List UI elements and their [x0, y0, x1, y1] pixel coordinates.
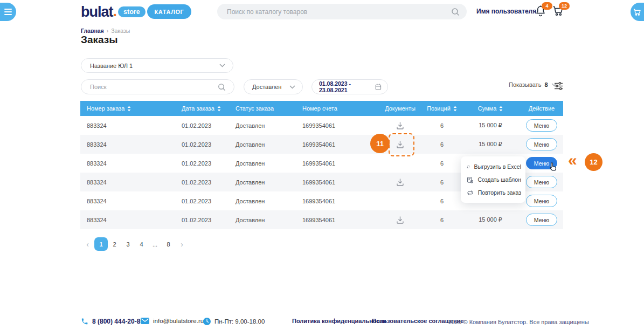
- sort-icon: [499, 106, 503, 112]
- table-row: 883324 01.02.2023 Доставлен 1699354061 6…: [80, 210, 563, 229]
- breadcrumb: Главная › Заказы: [81, 28, 130, 34]
- entity-select-value: Название ЮЛ 1: [90, 63, 133, 69]
- breadcrumb-current: Заказы: [111, 28, 130, 34]
- pagination-ellipsis: ...: [148, 237, 162, 251]
- app-root: bulat. store КАТАЛОГ Имя пользователя 4 …: [0, 0, 644, 336]
- chevron-down-icon: [219, 64, 225, 67]
- pagination-page-2[interactable]: 2: [108, 237, 121, 251]
- table-search-bar: [81, 79, 234, 94]
- catalog-button[interactable]: КАТАЛОГ: [147, 4, 191, 19]
- sort-icon: [127, 106, 131, 112]
- breadcrumb-home-link[interactable]: Главная: [81, 28, 104, 34]
- logo-dot: .: [113, 3, 117, 20]
- sort-icon: [453, 106, 457, 112]
- page-title: Заказы: [81, 34, 117, 46]
- hamburger-menu-button[interactable]: [0, 3, 16, 21]
- repeat-order-icon: [467, 189, 474, 197]
- menu-button[interactable]: Меню: [526, 138, 557, 150]
- sliders-icon: [554, 81, 563, 91]
- page-size-label: Показывать: [509, 81, 541, 88]
- column-header-status: Статус заказа: [229, 105, 296, 112]
- menu-button[interactable]: Меню: [526, 176, 557, 188]
- column-header-order-date[interactable]: Дата заказа: [175, 105, 229, 112]
- pagination-page-4[interactable]: 4: [135, 237, 148, 251]
- table-search-input[interactable]: [81, 83, 217, 91]
- calendar-icon: [375, 83, 382, 91]
- filter-settings-button[interactable]: [554, 81, 563, 91]
- header-search-bar: [217, 4, 467, 19]
- menu-button[interactable]: Меню: [526, 119, 557, 132]
- footer-phone[interactable]: 8 (800) 444-20-89: [81, 318, 144, 325]
- create-template-icon: [467, 176, 473, 184]
- phone-icon: [81, 318, 88, 325]
- context-menu-item-create-template[interactable]: Создать шаблон: [461, 173, 525, 186]
- corner-cart-button[interactable]: [631, 3, 644, 21]
- pagination: ‹ 1 2 3 4 ... 8 ›: [81, 237, 189, 251]
- status-select[interactable]: Доставлен: [244, 79, 303, 94]
- footer-hours: Пн-Пт: 9.00-18.00: [203, 318, 265, 325]
- pagination-next-button[interactable]: ›: [175, 237, 189, 251]
- date-range-value: 01.08.2023 - 23.08.2021: [319, 80, 375, 93]
- search-icon[interactable]: [451, 7, 460, 17]
- download-documents-icon[interactable]: [396, 121, 405, 130]
- column-header-sum[interactable]: Сумма: [461, 105, 520, 112]
- page-size-value: 8: [544, 81, 548, 88]
- table-row: 883324 01.02.2023 Доставлен 1699354061 6…: [80, 116, 563, 135]
- username-label[interactable]: Имя пользователя: [476, 8, 536, 15]
- annotation-pointer-left-icon: «: [568, 152, 577, 168]
- export-excel-icon: [467, 163, 470, 171]
- cart-icon: [633, 8, 642, 17]
- search-icon[interactable]: [217, 83, 226, 92]
- logo-suffix-badge: store: [118, 6, 146, 17]
- table-row: 883324 01.02.2023 Доставлен 1699354061 6…: [80, 135, 563, 154]
- notifications-button[interactable]: 4: [535, 4, 549, 18]
- download-documents-icon[interactable]: [396, 178, 405, 187]
- logo[interactable]: bulat. store: [81, 3, 146, 20]
- annotation-step-11: 11: [370, 134, 390, 153]
- pagination-page-1[interactable]: 1: [94, 237, 108, 251]
- notifications-badge: 4: [542, 2, 552, 10]
- footer-copyright: 2025 © Компания Булатстор. Все права защ…: [448, 319, 589, 325]
- footer-email[interactable]: info@bulatstore.ru: [141, 318, 204, 324]
- pagination-prev-button[interactable]: ‹: [81, 237, 94, 251]
- status-select-value: Доставлен: [252, 84, 281, 90]
- logo-brand: bulat: [81, 4, 113, 20]
- breadcrumb-separator: ›: [107, 28, 109, 34]
- cursor-pointer-icon: [548, 162, 557, 172]
- download-documents-icon[interactable]: [396, 216, 405, 224]
- highlight-box-step-11: [389, 133, 414, 156]
- page-size-select[interactable]: Показывать 8: [509, 81, 557, 88]
- column-header-documents: Документы: [377, 105, 423, 112]
- menu-button[interactable]: Меню: [526, 214, 557, 226]
- table-header-row: Номер заказа Дата заказа Статус заказа Н…: [80, 101, 563, 116]
- pagination-page-3[interactable]: 3: [121, 237, 135, 251]
- hamburger-icon: [4, 9, 12, 10]
- column-header-action: Действие: [520, 105, 563, 112]
- cart-badge: 12: [559, 2, 570, 10]
- context-menu-item-repeat-order[interactable]: Повторить заказ: [461, 186, 525, 199]
- envelope-icon: [141, 318, 149, 324]
- entity-select[interactable]: Название ЮЛ 1: [81, 58, 233, 73]
- column-header-order-number[interactable]: Номер заказа: [80, 105, 175, 112]
- menu-button[interactable]: Меню: [526, 195, 557, 207]
- context-menu-item-export-excel[interactable]: Выгрузить в Excel: [461, 160, 525, 173]
- header-search-input[interactable]: [217, 8, 451, 16]
- cart-button[interactable]: 12: [552, 4, 566, 18]
- column-header-invoice: Номер счета: [296, 105, 377, 112]
- sort-icon: [217, 106, 221, 112]
- chevron-down-icon: [289, 85, 295, 89]
- clock-icon: [203, 318, 211, 325]
- annotation-step-12: 12: [585, 153, 603, 171]
- pagination-page-8[interactable]: 8: [162, 237, 175, 251]
- date-range-picker[interactable]: 01.08.2023 - 23.08.2021: [311, 79, 388, 94]
- column-header-positions[interactable]: Позиций: [423, 105, 461, 112]
- context-menu: Выгрузить в Excel Создать шаблон Повтори…: [461, 156, 525, 203]
